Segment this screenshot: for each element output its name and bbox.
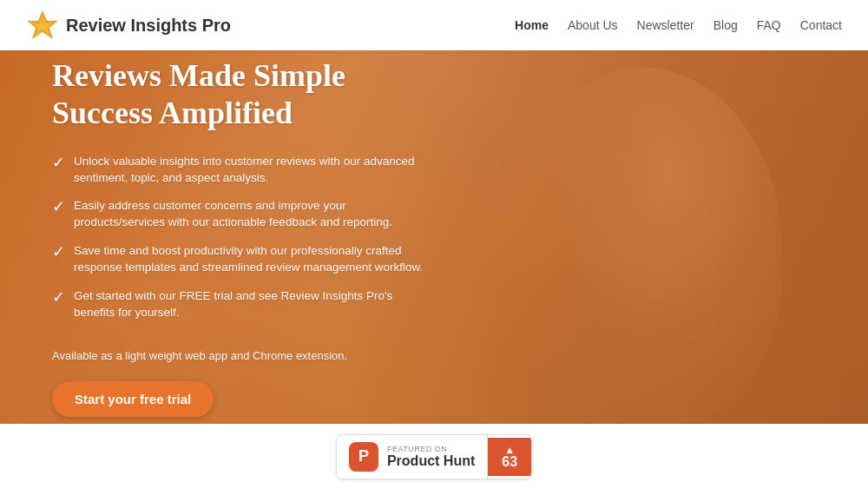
ph-text-block: FEATURED ON Product Hunt bbox=[387, 445, 475, 469]
bullet-1: ✓ Unlock valuable insights into customer… bbox=[52, 154, 425, 187]
logo-area[interactable]: Review Insights Pro bbox=[26, 9, 231, 42]
checkmark-icon-4: ✓ bbox=[52, 287, 65, 308]
star-icon bbox=[26, 9, 59, 42]
ph-product-name: Product Hunt bbox=[387, 453, 475, 469]
nav-home[interactable]: Home bbox=[515, 18, 549, 32]
checkmark-icon-2: ✓ bbox=[52, 196, 65, 218]
hero-content: Reviews Made Simple Success Amplified ✓ … bbox=[0, 50, 503, 424]
available-text: Available as a light weight web app and … bbox=[52, 349, 451, 362]
bottom-bar: P FEATURED ON Product Hunt ▲ 63 bbox=[0, 424, 868, 489]
bullet-3: ✓ Save time and boost productivity with … bbox=[52, 243, 425, 276]
ph-badge-left: P FEATURED ON Product Hunt bbox=[337, 435, 488, 479]
header: Review Insights Pro Home About Us Newsle… bbox=[0, 0, 868, 50]
hero-bullets: ✓ Unlock valuable insights into customer… bbox=[52, 154, 451, 334]
checkmark-icon-1: ✓ bbox=[52, 152, 65, 174]
nav-faq[interactable]: FAQ bbox=[757, 18, 781, 32]
ph-upvote-arrow: ▲ bbox=[504, 445, 515, 455]
bullet-2: ✓ Easily address customer concerns and i… bbox=[52, 198, 425, 231]
hero-title: Reviews Made Simple Success Amplified bbox=[52, 57, 451, 132]
nav-newsletter[interactable]: Newsletter bbox=[637, 18, 694, 32]
brand-name: Review Insights Pro bbox=[66, 16, 231, 36]
ph-vote-count: 63 bbox=[502, 455, 517, 469]
checkmark-icon-3: ✓ bbox=[52, 241, 65, 263]
nav-about[interactable]: About Us bbox=[568, 18, 618, 32]
main-nav: Home About Us Newsletter Blog FAQ Contac… bbox=[515, 18, 842, 32]
cta-button[interactable]: Start your free trial bbox=[52, 381, 214, 417]
product-hunt-logo: P bbox=[349, 442, 378, 472]
product-hunt-badge[interactable]: P FEATURED ON Product Hunt ▲ 63 bbox=[336, 434, 532, 479]
hero-section: Reviews Made Simple Success Amplified ✓ … bbox=[0, 50, 868, 424]
nav-contact[interactable]: Contact bbox=[800, 18, 842, 32]
ph-featured-label: FEATURED ON bbox=[387, 445, 475, 453]
nav-blog[interactable]: Blog bbox=[713, 18, 738, 32]
ph-vote-block[interactable]: ▲ 63 bbox=[488, 438, 531, 476]
bullet-4: ✓ Get started with our FREE trial and se… bbox=[52, 288, 425, 321]
